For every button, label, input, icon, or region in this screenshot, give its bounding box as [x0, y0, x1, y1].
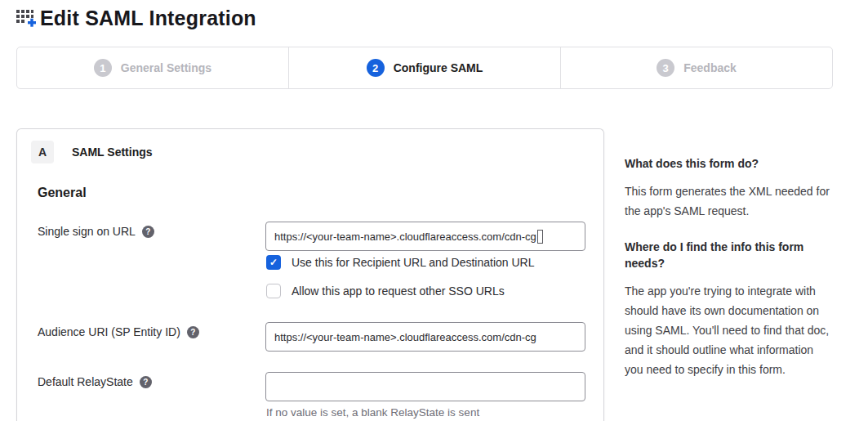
checkbox-unchecked-icon[interactable]: [266, 284, 281, 298]
sidebar-question-body: This form generates the XML needed for t…: [625, 181, 830, 221]
question-mark-icon[interactable]: ?: [140, 376, 152, 388]
input-value: https://<your-team-name>.cloudflareacces…: [274, 231, 536, 243]
step-number-badge: 3: [657, 59, 674, 77]
question-mark-icon[interactable]: ?: [187, 326, 199, 338]
step-configure-saml[interactable]: 2 Configure SAML: [289, 47, 561, 88]
input-value: https://<your-team-name>.cloudflareacces…: [274, 331, 536, 343]
step-label: Feedback: [683, 61, 737, 74]
text-cursor: [537, 230, 543, 244]
page-header: Edit SAML Integration: [15, 7, 256, 30]
sidebar-question-title: Where do I find the info this form needs…: [625, 239, 830, 271]
saml-settings-panel: A SAML Settings General Single sign on U…: [16, 128, 604, 421]
step-label: Configure SAML: [394, 61, 483, 74]
checkbox-label: Use this for Recipient URL and Destinati…: [292, 256, 535, 269]
group-title-general: General: [38, 186, 87, 200]
question-mark-icon[interactable]: ?: [142, 226, 154, 238]
checkbox-label: Allow this app to request other SSO URLs: [292, 284, 505, 298]
step-label: General Settings: [121, 61, 211, 74]
section-header: A SAML Settings: [31, 141, 153, 163]
section-title: SAML Settings: [72, 146, 153, 159]
checkbox-checked-icon[interactable]: ✓: [266, 255, 281, 270]
step-number-badge: 1: [94, 59, 112, 77]
sso-url-label: Single sign on URL ?: [38, 225, 154, 238]
relay-state-label: Default RelayState ?: [38, 375, 152, 388]
sidebar-question-body: The app you're trying to integrate with …: [625, 281, 830, 379]
field-label-text: Audience URI (SP Entity ID): [38, 325, 180, 338]
app-grid-plus-icon: [15, 7, 37, 29]
relay-state-hint: If no value is set, a blank RelayState i…: [266, 406, 479, 419]
step-feedback[interactable]: 3 Feedback: [561, 47, 832, 88]
field-label-text: Default RelayState: [38, 375, 133, 388]
page-title: Edit SAML Integration: [40, 7, 256, 30]
sso-url-input[interactable]: https://<your-team-name>.cloudflareacces…: [265, 222, 585, 251]
step-general-settings[interactable]: 1 General Settings: [17, 47, 289, 88]
field-label-text: Single sign on URL: [38, 225, 136, 238]
wizard-stepper: 1 General Settings 2 Configure SAML 3 Fe…: [16, 47, 833, 89]
audience-uri-label: Audience URI (SP Entity ID) ?: [38, 325, 199, 338]
step-number-badge: 2: [367, 59, 385, 77]
recipient-url-checkbox-row[interactable]: ✓ Use this for Recipient URL and Destina…: [266, 255, 535, 270]
section-badge-a: A: [31, 141, 54, 163]
relay-state-input[interactable]: [265, 372, 585, 401]
help-sidebar: What does this form do? This form genera…: [625, 155, 830, 397]
audience-uri-input[interactable]: https://<your-team-name>.cloudflareacces…: [265, 322, 585, 352]
sidebar-question-title: What does this form do?: [625, 155, 830, 172]
other-sso-urls-checkbox-row[interactable]: Allow this app to request other SSO URLs: [266, 284, 505, 298]
